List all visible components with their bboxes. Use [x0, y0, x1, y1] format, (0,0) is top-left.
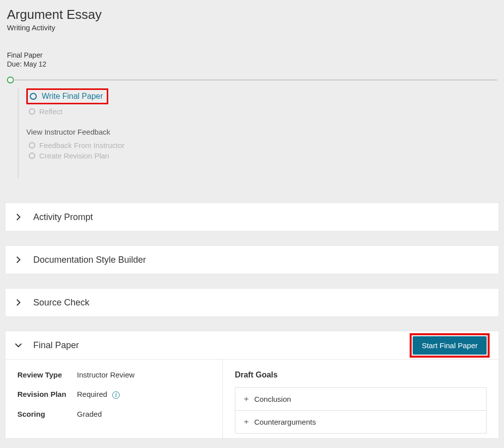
- scoring-label: Scoring: [17, 410, 77, 418]
- panel-title: Final Paper: [33, 340, 79, 351]
- feedback-section-label: View Instructor Feedback: [26, 128, 497, 136]
- panel-activity-prompt[interactable]: Activity Prompt: [5, 203, 499, 231]
- panel-final-paper[interactable]: Final Paper Start Final Paper: [5, 331, 499, 360]
- draft-goals-title: Draft Goals: [235, 371, 487, 379]
- panel-title: Documentation Style Builder: [33, 255, 146, 265]
- due-label: Due: May 12: [7, 60, 497, 69]
- stage-label: Final Paper: [7, 51, 497, 60]
- task-circle-icon: [30, 93, 37, 100]
- revision-plan-label: Revision Plan: [17, 390, 77, 399]
- panel-source-check[interactable]: Source Check: [5, 288, 499, 317]
- goal-counterarguments[interactable]: ＋ Counterarguments: [235, 410, 487, 434]
- task-feedback-row: Feedback From Instructor: [26, 140, 497, 150]
- chevron-right-icon: [14, 299, 22, 306]
- goal-label: Counterarguments: [254, 418, 316, 426]
- progress-timeline: [7, 76, 497, 83]
- task-write-final[interactable]: Write Final Paper: [42, 92, 103, 101]
- task-circle-icon: [29, 108, 35, 115]
- chevron-down-icon: [14, 341, 22, 349]
- revision-plan-value: Required i: [77, 390, 120, 399]
- timeline-dot-icon: [7, 76, 14, 83]
- plus-icon: ＋: [242, 394, 249, 404]
- start-final-paper-button[interactable]: Start Final Paper: [413, 336, 487, 355]
- panel-title: Activity Prompt: [33, 212, 93, 223]
- task-list: Write Final Paper Reflect View Instructo…: [18, 88, 497, 178]
- plus-icon: ＋: [242, 417, 249, 427]
- panel-doc-style-builder[interactable]: Documentation Style Builder: [5, 245, 499, 274]
- goal-label: Conclusion: [254, 395, 291, 403]
- scoring-value: Graded: [77, 410, 102, 418]
- task-revision-plan-row: Create Revision Plan: [26, 150, 497, 161]
- final-paper-details: Review Type Instructor Review Revision P…: [5, 360, 499, 439]
- chevron-right-icon: [14, 256, 22, 264]
- task-reflect-row: Reflect: [26, 106, 497, 117]
- panel-title: Source Check: [33, 298, 89, 308]
- page-title: Argument Essay: [7, 7, 497, 22]
- chevron-right-icon: [14, 213, 22, 221]
- highlight-start-button: Start Final Paper: [410, 333, 490, 358]
- timeline-bar: [13, 79, 497, 80]
- review-type-label: Review Type: [17, 371, 77, 379]
- review-type-value: Instructor Review: [77, 371, 135, 379]
- task-circle-icon: [29, 152, 35, 159]
- task-create-revision-plan: Create Revision Plan: [39, 151, 109, 160]
- goal-conclusion[interactable]: ＋ Conclusion: [235, 387, 487, 411]
- page-subtitle: Writing Activity: [7, 23, 497, 32]
- task-circle-icon: [29, 142, 35, 149]
- highlight-write-final: Write Final Paper: [26, 88, 108, 104]
- task-reflect: Reflect: [39, 107, 63, 116]
- info-icon[interactable]: i: [112, 391, 120, 399]
- task-feedback-from-instructor: Feedback From Instructor: [39, 141, 125, 149]
